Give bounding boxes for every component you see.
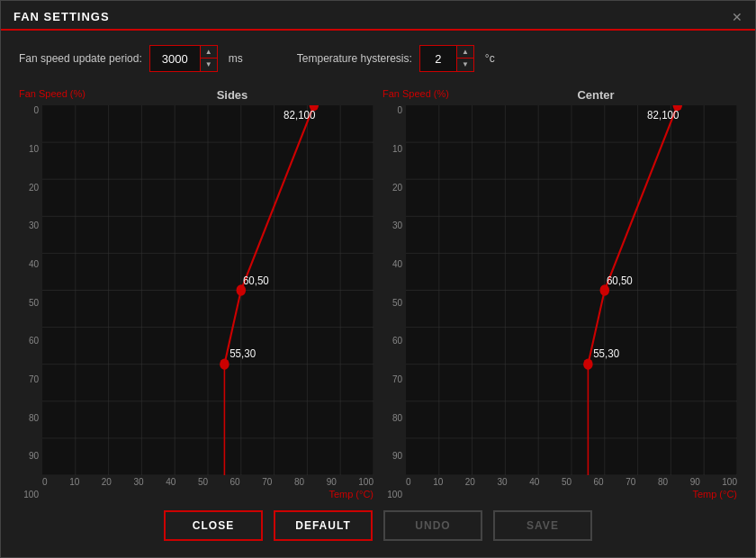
temp-input[interactable]	[420, 49, 456, 69]
chart-center-xaxis: 0 10 20 30 40 50 60 70 80 90 100	[406, 475, 737, 487]
speed-spinner[interactable]: ▲ ▼	[149, 45, 218, 72]
undo-button: UNDO	[383, 510, 482, 541]
temp-spinner[interactable]: ▲ ▼	[419, 45, 474, 72]
save-button: SAVE	[493, 510, 592, 541]
svg-line-22	[241, 105, 314, 291]
speed-unit: ms	[229, 52, 243, 65]
chart-center-area: 100 90 80 70 60 50 40 30 20 10 0	[382, 105, 737, 500]
chart-center-yaxis: 100 90 80 70 60 50 40 30 20 10 0	[382, 105, 406, 500]
chart-sides-ylabel: Fan Speed (%)	[19, 88, 86, 99]
chart-sides-svg-wrap: 55,30 60,50 82,100 0 10 20 30 40 50 60	[42, 105, 374, 500]
temp-up-arrow[interactable]: ▲	[457, 46, 473, 58]
temp-label: Temperature hysteresis:	[297, 52, 412, 65]
chart-sides-area: 100 90 80 70 60 50 40 30 20 10 0	[19, 105, 374, 500]
main-content: Fan speed update period: ▲ ▼ ms Temperat…	[1, 31, 755, 557]
close-x-button[interactable]: ✕	[732, 11, 742, 23]
speed-arrows: ▲ ▼	[200, 46, 217, 71]
chart-center: Fan Speed (%) Center 100 90 80 70 60 50 …	[382, 88, 737, 500]
title-bar: FAN SETTINGS ✕	[1, 1, 755, 31]
svg-text:60,50: 60,50	[607, 274, 633, 287]
svg-text:82,100: 82,100	[647, 108, 679, 122]
chart-sides-svg[interactable]: 55,30 60,50 82,100	[42, 105, 374, 475]
bottom-buttons: CLOSE DEFAULT UNDO SAVE	[19, 500, 737, 548]
svg-text:55,30: 55,30	[230, 346, 256, 360]
speed-down-arrow[interactable]: ▼	[201, 58, 217, 71]
svg-line-48	[605, 105, 678, 291]
speed-control-group: Fan speed update period: ▲ ▼ ms	[19, 45, 243, 72]
chart-center-ylabel: Fan Speed (%)	[382, 88, 449, 99]
speed-label: Fan speed update period:	[19, 52, 142, 65]
temp-control-group: Temperature hysteresis: ▲ ▼ °c	[297, 45, 495, 72]
top-controls: Fan speed update period: ▲ ▼ ms Temperat…	[19, 45, 737, 72]
fan-settings-window: FAN SETTINGS ✕ Fan speed update period: …	[0, 0, 756, 558]
chart-sides-title: Sides	[91, 88, 374, 102]
default-button[interactable]: DEFAULT	[274, 510, 373, 541]
point-55-30-sides[interactable]	[220, 358, 230, 369]
chart-sides-xlabel: Temp (°C)	[42, 489, 374, 500]
chart-sides: Fan Speed (%) Sides 100 90 80 70 60 50 4…	[19, 88, 374, 500]
chart-center-xlabel: Temp (°C)	[406, 489, 737, 500]
chart-sides-yaxis: 100 90 80 70 60 50 40 30 20 10 0	[19, 105, 42, 500]
temp-down-arrow[interactable]: ▼	[457, 58, 473, 71]
speed-input[interactable]	[150, 49, 200, 69]
svg-text:60,50: 60,50	[243, 274, 269, 287]
chart-sides-header: Fan Speed (%) Sides	[19, 88, 374, 102]
temp-arrows: ▲ ▼	[456, 46, 473, 71]
svg-text:55,30: 55,30	[593, 346, 619, 360]
chart-center-header: Fan Speed (%) Center	[382, 88, 737, 102]
chart-sides-xaxis: 0 10 20 30 40 50 60 70 80 90 100	[42, 475, 374, 487]
chart-center-svg-wrap: 55,30 60,50 82,100 0 10 20 30 40 50 60	[406, 105, 737, 500]
close-button[interactable]: CLOSE	[164, 510, 263, 541]
temp-unit: °c	[485, 52, 495, 65]
chart-center-title: Center	[454, 88, 737, 102]
point-55-30-center[interactable]	[583, 358, 593, 369]
window-title: FAN SETTINGS	[14, 10, 110, 23]
chart-center-svg[interactable]: 55,30 60,50 82,100	[406, 105, 737, 475]
charts-row: Fan Speed (%) Sides 100 90 80 70 60 50 4…	[19, 88, 737, 500]
svg-text:82,100: 82,100	[284, 108, 315, 122]
speed-up-arrow[interactable]: ▲	[201, 46, 217, 58]
